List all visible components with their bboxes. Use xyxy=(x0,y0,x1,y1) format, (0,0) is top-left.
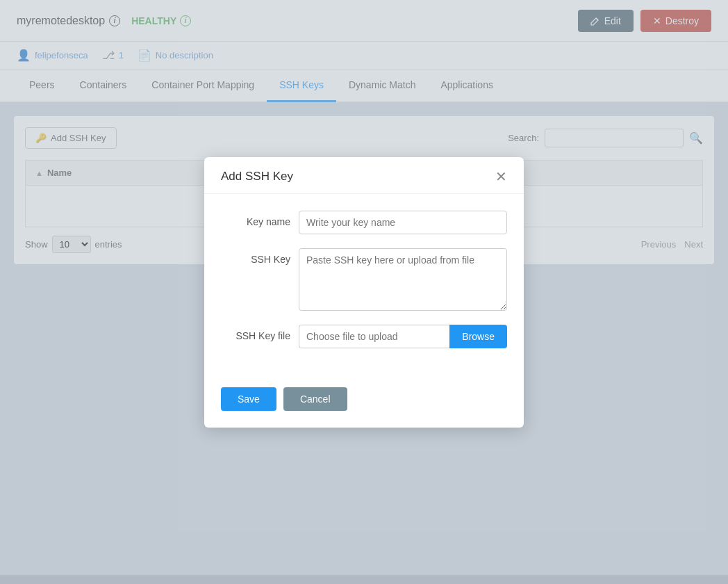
add-ssh-key-modal: Add SSH Key ✕ Key name SSH Key SSH Key f… xyxy=(204,157,524,428)
ssh-key-file-group: SSH Key file Browse xyxy=(221,325,507,348)
key-name-input[interactable] xyxy=(299,211,507,234)
modal-body: Key name SSH Key SSH Key file Browse xyxy=(204,194,524,376)
modal-header: Add SSH Key ✕ xyxy=(204,157,524,194)
modal-title: Add SSH Key xyxy=(221,170,293,184)
browse-button[interactable]: Browse xyxy=(449,325,507,348)
ssh-key-label: SSH Key xyxy=(221,248,290,265)
key-name-group: Key name xyxy=(221,211,507,234)
cancel-button[interactable]: Cancel xyxy=(283,387,347,411)
ssh-key-textarea[interactable] xyxy=(299,248,507,311)
modal-footer: Save Cancel xyxy=(204,376,524,428)
file-input-group: Browse xyxy=(299,325,507,348)
main-content: 🔑 Add SSH Key Search: 🔍 ▲ Name Show 10 2… xyxy=(0,102,728,575)
ssh-key-file-label: SSH Key file xyxy=(221,325,290,341)
modal-overlay: Add SSH Key ✕ Key name SSH Key SSH Key f… xyxy=(0,0,728,584)
modal-close-button[interactable]: ✕ xyxy=(495,170,507,184)
key-name-label: Key name xyxy=(221,211,290,227)
save-button[interactable]: Save xyxy=(221,387,276,411)
file-input[interactable] xyxy=(299,325,449,348)
ssh-key-group: SSH Key xyxy=(221,248,507,311)
